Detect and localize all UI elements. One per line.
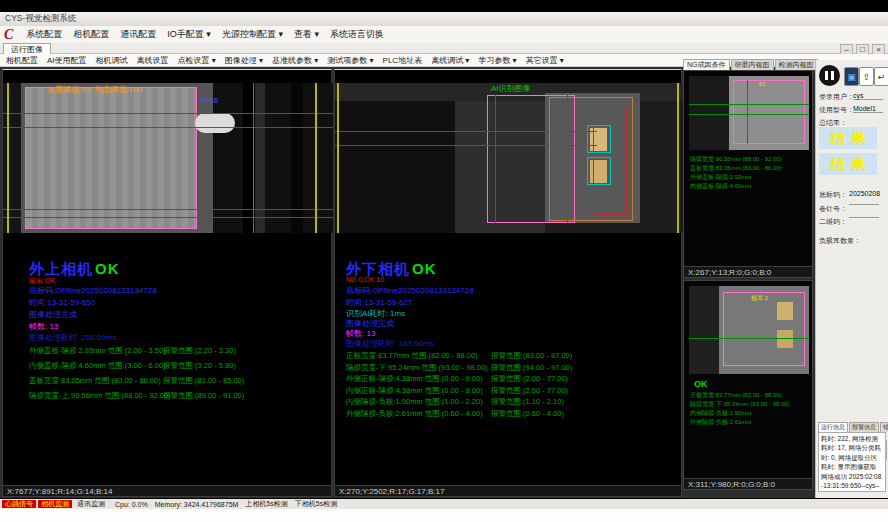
lower-elapsed-text: 图像处理耗时: 183.00ms: [346, 338, 434, 349]
small-measurement-line: 正极宽度:83.77mm (82.00 - 88.00): [690, 391, 790, 400]
menu-bar: C 系统配置 相机配置 通讯配置 IO手配置 ▾ 光源控制配置 ▾ 查看 ▾ 系…: [0, 26, 888, 43]
small-measurement-line: 外侧盖板-隔膜:2.93mm: [690, 173, 782, 182]
barcode-label: 底标码：: [819, 190, 847, 200]
measurement-row: 内侧正极-隔膜:4.38mm 范围:(0.00 - 9.00) 报警范围:(2.…: [346, 386, 676, 398]
menu-item-comm-config[interactable]: 通讯配置: [120, 28, 156, 41]
lower-camera-image[interactable]: AI识别图像: [335, 83, 683, 233]
small-measurement-line: 内侧盖板-隔膜:4.60mm: [690, 182, 782, 191]
upper-camera-panel[interactable]: 灰度阈值:93, 动态阈值:100 R:46 外上相机OK 输出:OK 底标码:…: [2, 69, 332, 497]
side-panel: ▣ ⇧ ↵ 登录用户： cys 使用型号： Model1 总结果： 结果 结果 …: [815, 60, 888, 498]
measurement-row: 外侧隔膜-负极:2.61mm 范围:(0.60 - 4.00) 报警范围:(0.…: [346, 409, 676, 421]
model-label: 使用型号：: [819, 105, 854, 115]
menu-item-io-config[interactable]: IO手配置 ▾: [167, 28, 211, 41]
upper-camera-image[interactable]: 灰度阈值:93, 动态阈值:100 R:46: [3, 83, 333, 233]
upper-frame-text: 帧数: 13: [29, 321, 58, 332]
alarm-range-text: 报警范围:(3.20 - 5.80): [163, 361, 236, 371]
alarm-range-text: 报警范围:(81.00 - 85.00): [163, 376, 244, 386]
measurement-text: 正极宽度:83.77mm 范围:(82.00 - 88.00): [346, 351, 478, 361]
small-measurement-line: 盖板宽度:83.05mm (80.00 - 86.00): [690, 164, 782, 173]
measurement-row: 外侧盖板-隔膜:2.93mm 范围:(2.00 - 3.50) 报警范围:(2.…: [29, 346, 329, 361]
toolbar-item[interactable]: 基准线参数 ▾: [272, 55, 318, 66]
small-measurement-line: 隔膜宽度:90.56mm (88.00 - 92.00): [690, 155, 782, 164]
lower-camera-heartbeat: 下相机5s检测: [295, 499, 337, 509]
upper-pixel-coordinate-bar: X:7677;Y:891;R:14;G:14;B:14: [3, 485, 331, 496]
lower-camera-panel[interactable]: AI识别图像 外下相机OK NG:0;OK:10 底标码:OFfline2025…: [334, 69, 682, 497]
threshold-overlay-text: 灰度阈值:93, 动态阈值:100: [47, 84, 142, 95]
alarm-range-text: 报警范围:(2.00 - 77.00): [491, 374, 568, 384]
small-measurement-line: 外侧隔膜-负极:2.61mm: [690, 418, 790, 427]
capture-button[interactable]: ▣: [844, 67, 859, 86]
measurement-row: 隔膜宽度-下:95.24mm 范围:(93.00 - 98.00) 报警范围:(…: [346, 363, 676, 375]
toolbar-item[interactable]: PLC地址表: [383, 55, 423, 66]
measurement-text: 内侧盖板-隔膜:4.60mm 范围:(3.00 - 6.00): [29, 361, 166, 371]
alarm-range-text: 报警范围:(83.00 - 87.00): [491, 351, 572, 361]
inner-upper-image[interactable]: 81: [689, 76, 809, 150]
pause-button[interactable]: [819, 65, 840, 86]
measurement-text: 盖板宽度:83.05mm 范围:(80.00 - 86.00): [29, 376, 161, 386]
enter-icon: ↵: [878, 72, 886, 82]
user-label: 登录用户：: [819, 92, 854, 102]
measurement-text: 内侧隔膜-负极:1.90mm 范围:(1.00 - 2.20): [346, 397, 483, 407]
toolbar-item[interactable]: 学习参数 ▾: [478, 55, 516, 66]
toolbar-item[interactable]: 相机配置: [6, 55, 38, 66]
tape-roller: [195, 113, 235, 133]
memory-usage: Memory: 3424.41796875M: [155, 501, 239, 508]
status-chip: 相机监测: [38, 500, 72, 508]
window-title: CYS-视觉检测系统: [5, 13, 76, 25]
needle-value: [849, 204, 879, 205]
inner-lower-overlay-label: 极耳:2: [751, 294, 768, 303]
toolbar-item[interactable]: 其它设置 ▾: [526, 55, 564, 66]
user-value: cys: [853, 92, 883, 100]
qr-value: [849, 217, 879, 218]
menu-item-system-config[interactable]: 系统配置: [26, 28, 62, 41]
measurement-row: 盖板宽度:83.05mm 范围:(80.00 - 86.00) 报警范围:(81…: [29, 376, 329, 391]
alarm-range-text: 报警范围:(2.00 - 77.00): [491, 386, 568, 396]
toolbar-item[interactable]: 离线设置: [137, 55, 169, 66]
toolbar-item[interactable]: AI使用配置: [47, 55, 87, 66]
inner-upper-overlay-label: 81: [759, 81, 766, 87]
tab-error-info[interactable]: 错误信息: [880, 422, 888, 432]
inner-upper-coordinate-bar: X:267;Y:13;R:0;G:0;B:0: [684, 266, 812, 277]
cpu-usage: Cpu: 0.0%: [115, 501, 148, 508]
barcode-value: 20250208: [849, 190, 880, 197]
inner-lower-coordinate-bar: X:311;Y:980;R:0;G:0;B:0: [684, 478, 812, 489]
toolbar-item[interactable]: 离线调试 ▾: [431, 55, 469, 66]
lower-barcode-text: 底标码:OFfline20250208133134728: [346, 285, 474, 296]
measurement-text: 外侧隔膜-负极:2.61mm 范围:(0.60 - 4.00): [346, 409, 483, 419]
toolbar-item[interactable]: 相机调试: [96, 55, 128, 66]
menu-item-light-config[interactable]: 光源控制配置 ▾: [222, 28, 283, 41]
tab-ng-cause[interactable]: NG成因条件: [683, 59, 730, 70]
tab-alarm-info[interactable]: 报警信息: [849, 422, 879, 432]
pixel-value-overlay: R:46: [201, 96, 218, 105]
alarm-range-text: 报警范围:(1.10 - 2.10): [491, 397, 564, 407]
menu-item-view[interactable]: 查看 ▾: [294, 28, 319, 41]
enter-button[interactable]: ↵: [874, 67, 888, 86]
tab-strip: 运行图像 – □ ×: [0, 43, 888, 54]
inner-upper-lines: 隔膜宽度:90.56mm (88.00 - 92.00)盖板宽度:83.05mm…: [690, 155, 782, 191]
log-output[interactable]: 耗时: 222, 网络检测耗时: 17, 网络分类耗时: 0, 网络提取分区耗时…: [818, 432, 886, 492]
alarm-range-text: 报警范围:(89.00 - 91.00): [163, 391, 244, 401]
small-measurement-line: 内侧隔膜-负极:1.90mm: [690, 409, 790, 418]
toolbar-item[interactable]: 图像处理 ▾: [225, 55, 263, 66]
upload-button[interactable]: ⇧: [859, 67, 874, 86]
toolbar-item[interactable]: 测试项参数 ▾: [327, 55, 373, 66]
model-value: Model1: [853, 105, 883, 113]
inner-lower-lines: 正极宽度:83.77mm (82.00 - 88.00)隔膜宽度-下:95.24…: [690, 391, 790, 427]
menu-item-language-switch[interactable]: 系统语言切换: [330, 28, 384, 41]
tab-inner-view-1[interactable]: 研磨内视图: [731, 59, 774, 70]
tab-inner-view-2[interactable]: 检测内视图: [775, 59, 818, 70]
menu-item-camera-config[interactable]: 相机配置: [73, 28, 109, 41]
tab-run-info[interactable]: 运行信息: [818, 422, 848, 432]
toolbar-item[interactable]: 点检设置 ▾: [178, 55, 216, 66]
upper-camera-ok-status: OK: [95, 260, 120, 277]
result-box-2: 结果: [819, 153, 877, 175]
inner-upper-view[interactable]: 81 隔膜宽度:90.56mm (88.00 - 92.00)盖板宽度:83.0…: [683, 70, 813, 278]
alarm-range-text: 报警范围:(0.60 - 4.00): [491, 409, 564, 419]
inner-lower-image[interactable]: 极耳:2: [689, 286, 809, 374]
log-scrollbar[interactable]: [885, 440, 887, 460]
measurement-text: 外侧盖板-隔膜:2.93mm 范围:(2.00 - 3.50): [29, 346, 166, 356]
inner-lower-view[interactable]: 极耳:2 OK 正极宽度:83.77mm (82.00 - 88.00)隔膜宽度…: [683, 280, 813, 490]
result-box-1: 结果: [819, 127, 877, 149]
lower-camera-ok-status: OK: [412, 260, 437, 277]
measurement-row: 内侧盖板-隔膜:4.60mm 范围:(3.00 - 6.00) 报警范围:(3.…: [29, 361, 329, 376]
